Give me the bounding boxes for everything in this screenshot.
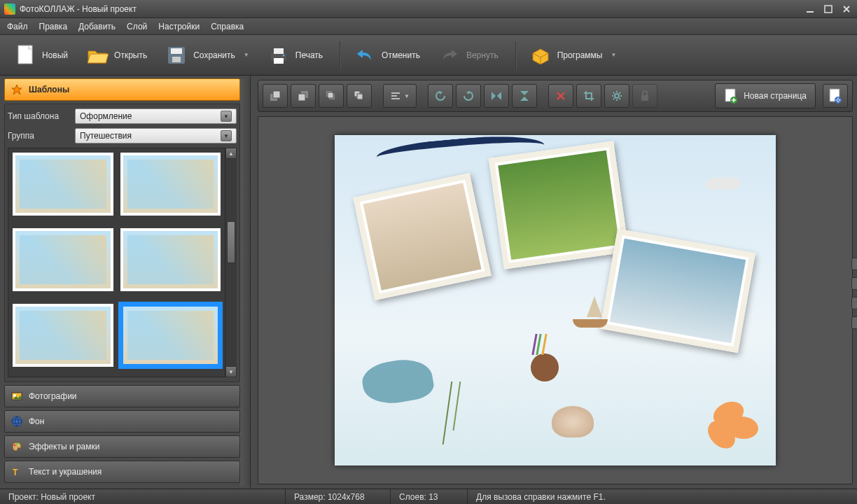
- svg-point-16: [14, 444, 16, 447]
- template-thumbnails: [8, 148, 225, 377]
- scroll-down-icon[interactable]: ▼: [225, 366, 237, 377]
- undo-button[interactable]: Отменить: [347, 41, 427, 69]
- svg-point-39: [615, 94, 619, 98]
- menu-edit[interactable]: Правка: [39, 22, 68, 31]
- menu-layer[interactable]: Слой: [127, 22, 147, 31]
- grass-decoration[interactable]: [443, 382, 494, 444]
- bring-front-button[interactable]: [263, 84, 288, 108]
- shell-decoration[interactable]: [552, 406, 594, 438]
- delete-button[interactable]: [548, 84, 573, 108]
- new-page-label: Новая страница: [744, 91, 807, 101]
- settings-button[interactable]: [604, 84, 629, 108]
- svg-rect-30: [391, 92, 400, 94]
- rotate-left-button[interactable]: [428, 84, 453, 108]
- bird-decoration[interactable]: [692, 170, 755, 198]
- maximize-button[interactable]: [822, 4, 835, 14]
- template-group-select[interactable]: Путешествия ▼: [75, 128, 237, 144]
- flip-horizontal-button[interactable]: [484, 84, 509, 108]
- coconut-decoration[interactable]: [531, 354, 559, 382]
- canvas-toolbar: ▼ Новая страница: [258, 80, 853, 112]
- boat-decoration[interactable]: [573, 296, 608, 328]
- svg-rect-31: [391, 95, 397, 97]
- minimize-button[interactable]: [804, 4, 816, 14]
- align-button[interactable]: ▼: [383, 84, 417, 108]
- svg-point-18: [18, 444, 20, 447]
- canvas[interactable]: [335, 135, 776, 465]
- edge-tab[interactable]: [851, 316, 857, 329]
- template-thumb[interactable]: [120, 228, 221, 291]
- page-settings-button[interactable]: [823, 84, 848, 108]
- svg-marker-35: [492, 92, 496, 100]
- thumbnails-scrollbar[interactable]: ▲ ▼: [225, 148, 237, 377]
- menubar: Файл Правка Добавить Слой Настройки Спра…: [0, 18, 857, 35]
- svg-marker-33: [438, 92, 443, 94]
- template-thumb[interactable]: [13, 304, 113, 367]
- svg-rect-8: [274, 48, 284, 54]
- flip-vertical-button[interactable]: [512, 84, 537, 108]
- svg-rect-23: [298, 94, 305, 101]
- template-thumb[interactable]: [13, 153, 113, 216]
- photo-frame[interactable]: [489, 141, 629, 269]
- svg-rect-0: [807, 11, 814, 13]
- edge-tab[interactable]: [851, 297, 857, 309]
- redo-button: Вернуть: [431, 41, 506, 69]
- chevron-down-icon: ▼: [404, 93, 410, 99]
- status-project: Проект: Новый проект: [0, 489, 286, 504]
- text-panel-header[interactable]: T Текст и украшения: [4, 461, 240, 483]
- bring-forward-button[interactable]: [319, 84, 344, 108]
- template-type-label: Тип шаблона: [8, 111, 71, 121]
- new-page-icon: [724, 88, 738, 104]
- background-panel-header[interactable]: Фон: [4, 410, 240, 433]
- menu-add[interactable]: Добавить: [78, 22, 116, 31]
- edge-tab[interactable]: [851, 258, 857, 270]
- svg-rect-32: [391, 98, 400, 99]
- undo-label: Отменить: [382, 50, 420, 60]
- template-thumb-selected[interactable]: [120, 304, 221, 367]
- template-type-select[interactable]: Оформление ▼: [75, 108, 237, 124]
- photos-panel-header[interactable]: Фотографии: [4, 385, 240, 407]
- scroll-up-icon[interactable]: ▲: [225, 148, 237, 159]
- right-edge-tabs: [851, 258, 857, 329]
- text-label: Текст и украшения: [29, 467, 102, 477]
- chevron-down-icon: ▼: [221, 111, 232, 122]
- photo-frame[interactable]: [353, 173, 491, 300]
- template-thumb[interactable]: [120, 153, 221, 216]
- box-icon: [529, 44, 552, 66]
- send-back-button[interactable]: [291, 84, 316, 108]
- printer-icon: [267, 44, 290, 66]
- new-button[interactable]: Новый: [7, 41, 75, 69]
- templates-panel-header[interactable]: Шаблоны: [4, 78, 240, 101]
- menu-settings[interactable]: Настройки: [158, 22, 200, 31]
- templates-title: Шаблоны: [29, 85, 69, 94]
- programs-button[interactable]: Программы ▼: [522, 41, 624, 69]
- menu-file[interactable]: Файл: [7, 22, 28, 31]
- rotate-right-button[interactable]: [456, 84, 481, 108]
- open-button[interactable]: Открыть: [79, 41, 154, 69]
- template-thumb[interactable]: [13, 228, 113, 291]
- svg-text:T: T: [13, 468, 18, 477]
- sidebar-scrollbar[interactable]: [240, 78, 250, 486]
- svg-point-13: [13, 394, 16, 397]
- status-layers: Слоев: 13: [391, 489, 468, 504]
- close-button[interactable]: [840, 4, 853, 14]
- save-button[interactable]: Сохранить ▼: [158, 41, 256, 69]
- effects-panel-header[interactable]: Эффекты и рамки: [4, 435, 240, 458]
- app-icon: [4, 4, 15, 15]
- new-page-button[interactable]: Новая страница: [715, 83, 816, 108]
- flower-decoration[interactable]: [685, 396, 762, 458]
- fish-decoration[interactable]: [360, 355, 436, 408]
- statusbar: Проект: Новый проект Размер: 1024x768 Сл…: [0, 489, 857, 504]
- templates-panel-body: Тип шаблона Оформление ▼ Группа Путешест…: [4, 104, 240, 382]
- edge-tab[interactable]: [851, 277, 857, 290]
- scroll-thumb[interactable]: [227, 221, 235, 263]
- svg-rect-1: [825, 6, 832, 13]
- send-backward-button[interactable]: [347, 84, 372, 108]
- globe-icon: [11, 415, 23, 428]
- photo-frame[interactable]: [600, 229, 755, 354]
- crop-button[interactable]: [576, 84, 601, 108]
- text-icon: T: [11, 465, 23, 478]
- scroll-track[interactable]: [225, 159, 237, 366]
- menu-help[interactable]: Справка: [211, 22, 244, 31]
- open-label: Открыть: [114, 50, 147, 60]
- print-button[interactable]: Печать: [260, 41, 330, 69]
